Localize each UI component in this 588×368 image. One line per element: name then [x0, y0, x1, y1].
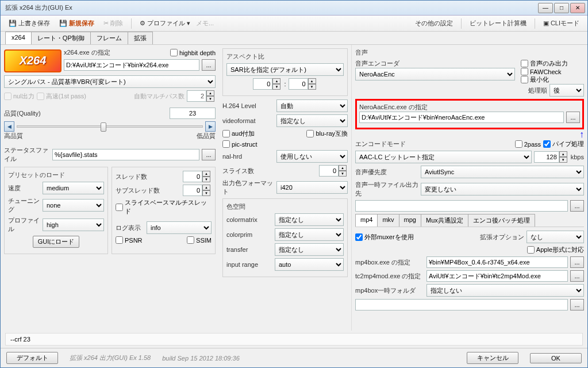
browse-stats-button[interactable]: ... — [202, 149, 216, 160]
delete-button[interactable]: ✂削除 — [100, 18, 126, 29]
stats-input[interactable] — [52, 149, 199, 160]
build-label: build Sep 15 2012 18:09:36 — [162, 355, 240, 362]
nul-output-checkbox[interactable]: nul出力 — [4, 92, 34, 101]
encode-mode-label: エンコードモード — [355, 140, 406, 148]
bitrate-calc-button[interactable]: ビットレート計算機 — [466, 18, 530, 29]
other-settings-button[interactable]: その他の設定 — [412, 18, 456, 29]
inputrange-select[interactable]: auto — [275, 258, 344, 271]
nalhrd-select[interactable]: 使用しない — [276, 150, 348, 163]
slider-right-button[interactable]: ▶ — [205, 121, 216, 132]
color-title: 色空間 — [226, 202, 344, 211]
toolbar: 💾上書き保存 💾新規保存 ✂削除 ⚙プロファイル ▾ メモ... その他の設定 … — [1, 16, 587, 32]
browse-audio-exe-button[interactable]: ... — [566, 112, 580, 123]
sar2-input[interactable] — [289, 78, 308, 90]
h264-level-select[interactable]: 自動 — [276, 99, 348, 112]
apple-checkbox[interactable]: Apple形式に対応 — [527, 246, 584, 254]
minimize-checkbox[interactable]: 最小化 — [521, 75, 584, 84]
mp4box-tmp-path[interactable] — [355, 299, 568, 310]
tab-mkv[interactable]: mkv — [377, 214, 399, 227]
browse-audio-tmp-button[interactable]: ... — [570, 200, 584, 212]
videoformat-select[interactable]: 指定なし — [276, 114, 348, 127]
slider-left-button[interactable]: ◀ — [4, 121, 14, 132]
speed-select[interactable]: medium — [43, 182, 104, 194]
profile-select[interactable]: high — [43, 218, 104, 231]
slice-thread-checkbox[interactable]: スライスベースマルチスレッド — [116, 198, 212, 216]
cancel-button[interactable]: キャンセル — [467, 352, 518, 364]
audio-bitrate-input[interactable] — [534, 151, 559, 163]
log-select[interactable]: info — [147, 221, 212, 234]
lq-label: 低品質 — [197, 132, 216, 140]
titlebar: 拡張 x264 出力(GUI) Ex — □ ✕ — [1, 1, 587, 16]
new-save-button[interactable]: 💾新規保存 — [56, 18, 98, 29]
psnr-checkbox[interactable]: PSNR — [116, 236, 143, 244]
bluray-checkbox[interactable]: blu-ray互換 — [306, 129, 348, 138]
twopass-checkbox[interactable]: 2pass — [515, 140, 541, 148]
audio-exe-path[interactable] — [359, 112, 564, 123]
tab-x264[interactable]: x264 — [5, 32, 32, 44]
encode-mode-select[interactable]: シングルパス - 品質基準VBR(可変レート) — [4, 75, 216, 88]
tab-mux-common[interactable]: Mux共通設定 — [421, 214, 468, 227]
tab-mp4[interactable]: mp4 — [355, 214, 378, 227]
picstruct-checkbox[interactable]: pic-struct — [222, 140, 258, 148]
aspect-select[interactable]: SAR比を指定 (デフォルト) — [226, 63, 344, 76]
quality-slider[interactable]: ◀ ▶ — [4, 121, 216, 132]
fast-1stpass-checkbox[interactable]: 高速(1st pass) — [37, 92, 86, 101]
slice-input[interactable] — [319, 165, 339, 177]
fawcheck-checkbox[interactable]: FAWCheck — [521, 68, 584, 75]
audio-title: 音声 — [355, 48, 584, 57]
ext-opt-select[interactable]: なし — [526, 231, 584, 243]
tab-batch[interactable]: エンコ後バッチ処理 — [468, 214, 535, 227]
gui-load-button[interactable]: GUIにロード — [33, 236, 80, 248]
audio-only-checkbox[interactable]: 音声のみ出力 — [521, 59, 584, 68]
tab-rate[interactable]: レート・QP制御 — [31, 32, 91, 44]
colorprim-select[interactable]: 指定なし — [275, 228, 344, 241]
audio-encoder-select[interactable]: NeroAacEnc — [355, 68, 515, 80]
tuning-select[interactable]: none — [43, 199, 104, 212]
audio-tmp-path[interactable] — [355, 200, 568, 212]
stats-label: ステータスファイル — [4, 146, 50, 163]
mux-tabs: mp4 mkv mpg Mux共通設定 エンコ後バッチ処理 — [355, 214, 584, 227]
hq-label: 高品質 — [4, 132, 23, 140]
sar1-input[interactable] — [253, 78, 272, 90]
multipass-input — [187, 90, 206, 102]
audio-tmp-select[interactable]: 変更しない — [421, 183, 584, 195]
aud-checkbox[interactable]: aud付加 — [222, 129, 255, 138]
transfer-select[interactable]: 指定なし — [275, 243, 344, 256]
x264-exe-path[interactable] — [64, 59, 199, 71]
save-button[interactable]: 💾上書き保存 — [5, 18, 53, 29]
highbit-checkbox[interactable]: highbit depth — [170, 49, 216, 56]
browse-mp4box-button[interactable]: ... — [570, 256, 584, 268]
profile-dropdown[interactable]: ⚙プロファイル ▾ — [136, 18, 194, 29]
command-preview: --crf 23 — [5, 333, 583, 346]
mp4box-tmp-select[interactable]: 指定しない — [426, 284, 584, 297]
cli-mode-button[interactable]: ▣ CLIモード — [540, 18, 583, 29]
subthreads-input[interactable] — [183, 185, 202, 196]
threads-input[interactable] — [183, 171, 202, 182]
close-button[interactable]: ✕ — [570, 3, 585, 13]
audio-priority-select[interactable]: AviutlSync — [421, 166, 584, 178]
maximize-button[interactable]: □ — [554, 3, 569, 13]
browse-mp4box-tmp-button[interactable]: ... — [570, 299, 584, 310]
colormatrix-select[interactable]: 指定なし — [275, 213, 344, 226]
browse-x264-button[interactable]: ... — [202, 59, 216, 71]
aspect-title: アスペクト比 — [226, 52, 344, 61]
outfmt-select[interactable]: i420 — [276, 181, 348, 194]
audio-mode-select[interactable]: AAC-LC ビットレート指定 — [355, 151, 532, 163]
mp4box-path[interactable] — [426, 256, 568, 268]
tab-frame[interactable]: フレーム — [90, 32, 128, 44]
quality-label: 品質(Quality) — [4, 109, 41, 118]
tab-mpg[interactable]: mpg — [399, 214, 421, 227]
default-button[interactable]: デフォルト — [6, 352, 58, 364]
ok-button[interactable]: OK — [530, 353, 582, 363]
order-select[interactable]: 後 — [549, 84, 584, 97]
tc2mp4-path[interactable] — [426, 270, 568, 282]
pipe-checkbox[interactable]: パイプ処理 — [543, 140, 584, 148]
audio-encoder-label: 音声エンコーダ — [355, 59, 515, 68]
minimize-button[interactable]: — — [538, 3, 553, 13]
memo-field[interactable]: メモ... — [196, 19, 214, 28]
browse-tc2mp4-button[interactable]: ... — [570, 270, 584, 282]
ext-muxer-checkbox[interactable]: 外部muxerを使用 — [355, 233, 414, 241]
tab-ext[interactable]: 拡張 — [128, 32, 153, 44]
quality-input[interactable] — [170, 108, 216, 119]
ssim-checkbox[interactable]: SSIM — [187, 236, 212, 244]
